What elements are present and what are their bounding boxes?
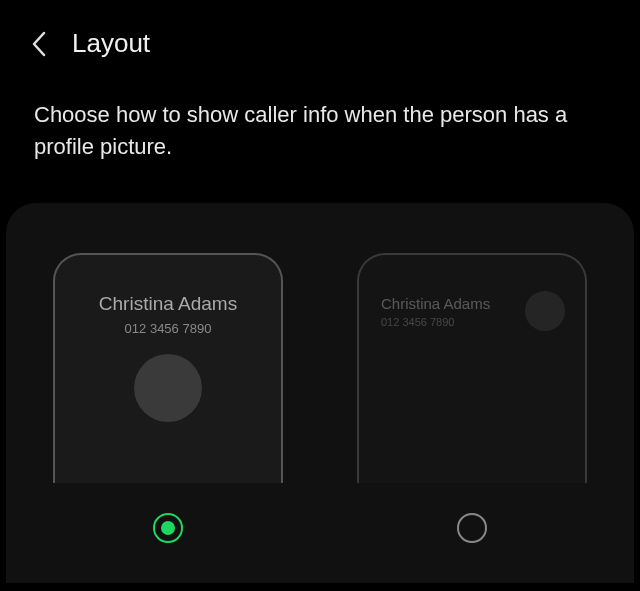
layout-options-panel: Christina Adams 012 3456 7890 Christina … xyxy=(6,203,634,583)
layout-option-corner[interactable]: Christina Adams 012 3456 7890 xyxy=(340,253,604,543)
avatar-placeholder-icon xyxy=(525,291,565,331)
avatar-placeholder-icon xyxy=(134,354,202,422)
header: Layout xyxy=(0,0,640,79)
radio-centered[interactable] xyxy=(153,513,183,543)
layout-option-centered[interactable]: Christina Adams 012 3456 7890 xyxy=(36,253,300,543)
preview-caller-name: Christina Adams xyxy=(99,293,237,315)
description-text: Choose how to show caller info when the … xyxy=(0,79,640,203)
back-icon[interactable] xyxy=(24,30,52,58)
radio-corner[interactable] xyxy=(457,513,487,543)
page-title: Layout xyxy=(72,28,150,59)
phone-preview-corner: Christina Adams 012 3456 7890 xyxy=(357,253,587,484)
preview-caller-number: 012 3456 7890 xyxy=(125,321,212,336)
phone-preview-centered: Christina Adams 012 3456 7890 xyxy=(53,253,283,484)
